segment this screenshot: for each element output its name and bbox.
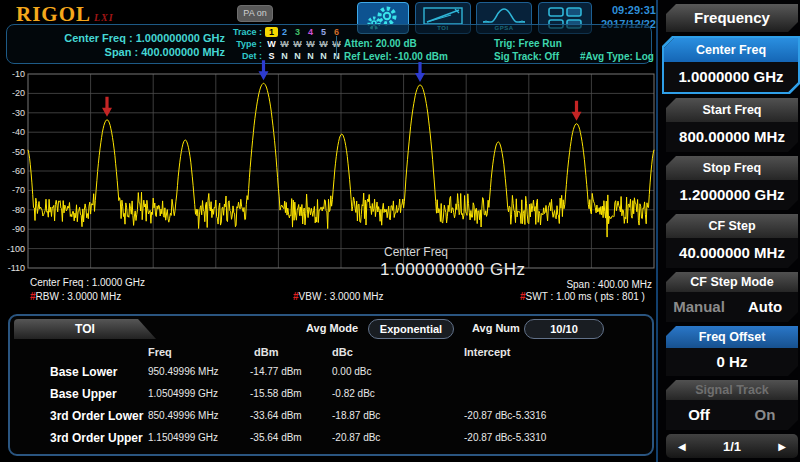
y-tick-label: -40 [12,127,25,137]
row-3rd-lower-label: 3rd Order Lower [50,409,143,423]
gaussian-curve-icon [481,6,527,26]
marker-arrow [572,101,582,121]
menu-title: Frequency [666,4,798,32]
cf-step-mode-manual[interactable]: Manual [666,292,732,322]
trace-3-badge[interactable]: 3 [291,27,304,37]
col-dbc: dBc [332,346,353,358]
col-freq: Freq [148,346,172,358]
frequency-menu: Frequency Center Freq 1.0000000 GHz Star… [658,0,800,462]
center-freq-button-label: Center Freq [664,38,798,62]
det-5: N [317,51,330,61]
y-tick-label: -90 [12,224,25,234]
det-label: Det : [228,51,262,61]
col-intercept: Intercept [464,346,510,358]
base-upper-dbc: -0.82 dBc [332,388,375,399]
avg-num-label: Avg Num [472,322,520,334]
y-tick-label: -20 [12,88,25,98]
trace-row: Trace :123456 [228,27,343,37]
signal-track-on[interactable]: On [732,400,798,430]
start-freq-button-label: Start Freq [666,98,798,122]
base-lower-dbm: -14.77 dBm [250,366,302,377]
row-base-lower-label: Base Lower [50,365,117,379]
cf-step-mode-button[interactable]: CF Step Mode Manual Auto [666,272,798,322]
y-tick-label: -60 [12,166,25,176]
y-tick-label: -100 [7,244,25,254]
signal-track-off[interactable]: Off [666,400,732,430]
trace-4-badge[interactable]: 4 [304,27,317,37]
trace-label: Trace : [228,27,262,37]
page-indicator: 1/1 [723,439,741,454]
footer-swt: #SWT : 1.00 ms ( pts : 801 ) [520,291,645,302]
freq-offset-label: Freq Offset [666,326,798,348]
center-freq-button-value: 1.0000000 GHz [664,62,798,92]
col-dbm: dBm [254,346,278,358]
y-tick-label: -10 [12,69,25,79]
type-4: W [304,39,317,49]
det-1: S [265,51,278,61]
spectrum-plot: -10-20-30-40-50-60-70-80-90-100-110 Cent… [0,66,656,314]
trace-1-badge[interactable]: 1 [265,27,278,37]
avg-mode-button[interactable]: Exponential [368,319,454,339]
det-3: N [291,51,304,61]
spectrum-trace-canvas [28,74,654,268]
peak-markers [102,60,582,120]
y-tick-label: -30 [12,108,25,118]
plot-center-freq-value: 1.000000000 GHz [380,260,526,280]
avg-type-readout: #Avg Type: Log [580,50,654,63]
signal-track-label: Signal Track [666,380,798,400]
stop-freq-button-label: Stop Freq [666,156,798,180]
marker-arrow [415,62,425,82]
base-upper-freq: 1.0504999 GHz [148,388,218,399]
span-readout: Span : 400.000000 MHz [10,45,225,59]
avg-mode-label: Avg Mode [306,322,358,334]
trace-2-badge[interactable]: 2 [278,27,291,37]
stop-freq-button-value: 1.2000000 GHz [666,180,798,210]
freq-offset-value: 0 Hz [666,348,798,376]
center-freq-readout: Center Freq : 1.000000000 GHz [10,31,225,45]
det-2: N [278,51,291,61]
3rd-lower-intercept: -20.87 dBc-5.3316 [464,410,546,421]
base-upper-dbm: -15.58 dBm [250,388,302,399]
detector-row: Det :SNNNNN [228,51,343,61]
trace-5-badge[interactable]: 5 [317,27,330,37]
freq-offset-button[interactable]: Freq Offset 0 Hz [666,326,798,376]
type-3: W [291,39,304,49]
3rd-upper-freq: 1.1504999 GHz [148,432,218,443]
atten-readout: Atten: 20.00 dB [344,37,417,50]
start-freq-button[interactable]: Start Freq 800.00000 MHz [666,98,798,152]
stop-freq-button[interactable]: Stop Freq 1.2000000 GHz [666,156,798,210]
analyzer-screen: RIGOLLXI PA on TOI GPSA [0,0,800,462]
footer-vbw: #VBW : 3.0000 MHz [293,291,384,302]
3rd-lower-freq: 850.49996 MHz [148,410,219,421]
y-tick-label: -110 [8,263,25,273]
row-base-upper-label: Base Upper [50,387,117,401]
next-page-arrow[interactable]: ▶ [778,441,786,452]
3rd-upper-dbm: -35.64 dBm [250,432,302,443]
y-axis-labels: -10-20-30-40-50-60-70-80-90-100-110 [0,74,26,268]
type-label: Type : [228,39,262,49]
avg-num-button[interactable]: 10/10 [524,319,604,339]
center-freq-span-readout: Center Freq : 1.000000000 GHz Span : 400… [10,31,225,59]
center-freq-button[interactable]: Center Freq 1.0000000 GHz [662,36,800,94]
trace-type-row: Type :WWWWWW [228,39,343,49]
type-5: W [317,39,330,49]
info-divider [336,36,337,60]
cf-step-button-label: CF Step [666,214,798,238]
3rd-upper-intercept: -20.87 dBc-5.3310 [464,432,546,443]
signal-track-button[interactable]: Signal Track Off On [666,380,798,430]
toi-icon [421,6,465,26]
3rd-lower-dbc: -18.87 dBc [332,410,380,421]
plot-center-freq-label: Center Freq [384,245,448,259]
cf-step-button[interactable]: CF Step 40.000000 MHz [666,214,798,268]
lxi-badge: LXI [94,12,114,23]
prev-page-arrow[interactable]: ◀ [678,441,686,452]
type-2: W [278,39,291,49]
marker-arrow [102,97,112,117]
cf-step-mode-auto[interactable]: Auto [732,292,798,322]
base-lower-dbc: 0.00 dBc [332,366,371,377]
type-1: W [265,39,278,49]
3rd-upper-dbc: -20.87 dBc [332,432,380,443]
y-tick-label: -70 [12,185,25,195]
toi-tab[interactable]: TOI [14,319,156,339]
pa-on-button[interactable]: PA on [237,5,273,22]
